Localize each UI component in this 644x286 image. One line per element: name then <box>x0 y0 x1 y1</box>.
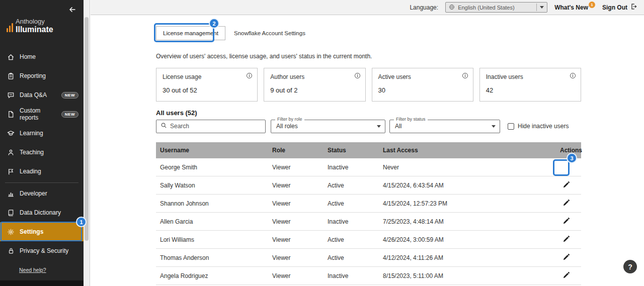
sidebar-item-developer[interactable]: Developer <box>0 184 84 203</box>
cell-username: Allen Garcia <box>160 218 272 225</box>
edit-user-button[interactable] <box>560 270 572 282</box>
gear-icon <box>7 228 15 236</box>
cell-last-access: 4/15/2024, 12:57:23 PM <box>383 200 560 207</box>
filter-by-role-select[interactable]: Filter by role All roles <box>271 120 385 133</box>
users-table: Username Role Status Last Access Actions… <box>156 142 581 285</box>
card-author-users: Author users 9 out of 2 <box>264 68 365 102</box>
sidebar-item-leading[interactable]: Leading <box>0 162 84 181</box>
scrollbar-thumb[interactable] <box>85 17 89 241</box>
sidebar-item-learning[interactable]: Learning <box>0 124 84 143</box>
pencil-icon <box>562 199 570 208</box>
card-value: 42 <box>486 86 575 94</box>
filter-by-status-select[interactable]: Filter by status All <box>389 120 500 133</box>
edit-user-button[interactable] <box>560 234 572 246</box>
brand-product: Illuminate <box>16 25 53 34</box>
language-label: Language: <box>410 4 438 11</box>
collapse-sidebar-button[interactable] <box>67 5 77 16</box>
header-username: Username <box>160 147 272 154</box>
whats-new-label: What's New <box>554 4 588 11</box>
header-status: Status <box>328 147 383 154</box>
language-value: English (United States) <box>458 5 533 11</box>
search-box <box>156 120 266 133</box>
sidebar-item-label: Learning <box>20 130 43 137</box>
need-help-link[interactable]: Need help? <box>19 267 46 273</box>
table-row: Shannon Johnson Viewer Active 4/15/2024,… <box>156 195 581 213</box>
cell-status: Inactive <box>328 272 383 279</box>
clipboard-icon <box>7 72 15 80</box>
lock-icon <box>7 247 15 255</box>
sidebar-item-data-qa[interactable]: Data Q&A NEW <box>0 85 84 105</box>
sidebar-item-teaching[interactable]: Teaching <box>0 143 84 162</box>
edit-user-button[interactable] <box>560 198 572 210</box>
sidebar-item-settings[interactable]: Settings <box>0 222 84 241</box>
info-icon[interactable] <box>354 72 361 80</box>
info-icon[interactable] <box>462 72 468 80</box>
table-row: Sally Watson Viewer Active 4/15/2024, 6:… <box>156 176 581 195</box>
edit-user-button[interactable] <box>560 179 572 192</box>
topbar: Language: English (United States) What's… <box>91 0 644 15</box>
cell-last-access: Never <box>383 164 560 171</box>
edit-user-button[interactable] <box>560 216 572 228</box>
edit-user-button[interactable] <box>560 252 572 264</box>
new-badge: NEW <box>61 111 78 118</box>
tabs: License management Snowflake Account Set… <box>156 26 581 40</box>
pencil-icon <box>562 253 570 262</box>
sidebar-item-privacy-security[interactable]: Privacy & Security <box>0 241 84 260</box>
cell-status: Inactive <box>328 218 383 225</box>
sign-out-button[interactable]: Sign Out <box>602 3 637 12</box>
chevron-down-icon <box>540 6 544 9</box>
home-icon <box>7 53 15 61</box>
all-users-heading: All users (52) <box>156 109 581 117</box>
chevron-down-icon <box>377 125 381 128</box>
tab-snowflake-account-settings[interactable]: Snowflake Account Settings <box>234 30 305 36</box>
vertical-scrollbar[interactable] <box>84 0 90 286</box>
info-icon[interactable] <box>570 72 576 80</box>
flag-icon <box>7 168 15 175</box>
bar-chart-icon <box>7 190 15 198</box>
help-button[interactable]: ? <box>623 260 637 273</box>
language-select[interactable]: English (United States) <box>445 2 547 13</box>
document-icon <box>7 111 15 118</box>
cell-status: Inactive <box>328 164 383 171</box>
sidebar: Anthology Illuminate Home Reporting Data… <box>0 0 84 286</box>
header-actions: Actions <box>560 147 593 154</box>
sidebar-item-label: Leading <box>20 168 41 175</box>
sidebar-item-custom-reports[interactable]: Custom reports NEW <box>0 105 84 124</box>
pencil-icon <box>562 181 570 190</box>
cell-last-access: 7/25/2023, 4:48:14 AM <box>383 218 560 225</box>
book-icon <box>7 209 15 217</box>
page-description: Overview of users' access, license usage… <box>156 53 581 60</box>
sidebar-item-home[interactable]: Home <box>0 47 84 66</box>
hide-inactive-checkbox[interactable] <box>508 123 514 130</box>
sidebar-item-data-dictionary[interactable]: Data Dictionary <box>0 203 84 222</box>
info-icon[interactable] <box>246 72 253 80</box>
cell-role: Viewer <box>272 182 328 189</box>
hide-inactive-label: Hide inactive users <box>518 123 569 130</box>
cell-username: Sally Watson <box>160 182 272 189</box>
sidebar-item-label: Reporting <box>20 72 46 79</box>
sidebar-item-reporting[interactable]: Reporting <box>0 66 84 85</box>
cell-role: Viewer <box>272 254 328 261</box>
cell-role: Viewer <box>272 164 328 171</box>
sign-out-icon <box>630 3 637 12</box>
brand-logo: Anthology Illuminate <box>7 18 53 34</box>
cell-role: Viewer <box>272 200 328 207</box>
table-row: Lori Williams Viewer Active 4/26/2024, 3… <box>156 231 581 249</box>
header-last-access: Last Access <box>383 147 560 154</box>
table-row: Thomas Anderson Viewer Active 4/12/2024,… <box>156 249 581 267</box>
cell-last-access: 4/12/2024, 4:11:26 AM <box>383 254 560 261</box>
table-row: Allen Garcia Viewer Inactive 7/25/2023, … <box>156 213 581 231</box>
sidebar-item-label: Data Dictionary <box>20 209 61 216</box>
card-title: License usage <box>163 73 251 80</box>
search-input[interactable] <box>170 123 261 130</box>
search-icon <box>160 122 167 131</box>
whats-new-button[interactable]: What's New 1 <box>554 4 595 11</box>
table-row: George Smith Viewer Inactive Never <box>156 158 581 176</box>
pencil-icon <box>562 271 570 280</box>
separator <box>536 4 537 11</box>
cell-status: Active <box>328 236 383 243</box>
annotation-step-2-badge: 2 <box>209 18 219 29</box>
globe-icon <box>449 3 455 12</box>
filter-role-value: All roles <box>276 123 377 130</box>
cell-username: Lori Williams <box>160 236 272 243</box>
